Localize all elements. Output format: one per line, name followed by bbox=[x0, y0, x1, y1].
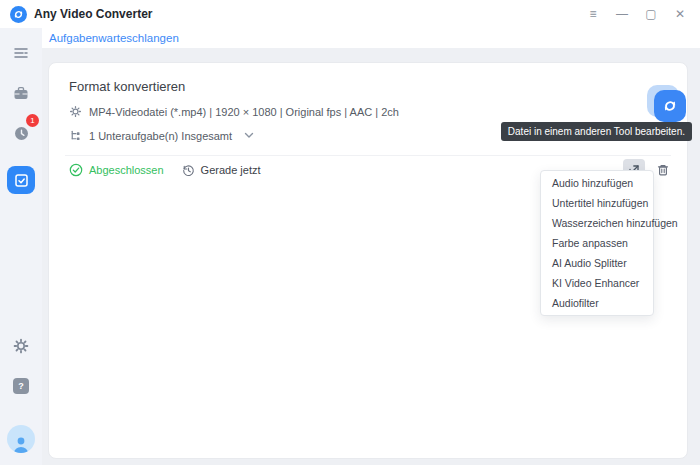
menu-item-adjust-color[interactable]: Farbe anpassen bbox=[541, 233, 653, 253]
chevron-down-icon[interactable] bbox=[244, 132, 254, 139]
convert-button-group bbox=[654, 90, 686, 122]
sync-arrows-icon bbox=[661, 97, 679, 115]
check-circle-icon bbox=[69, 163, 83, 177]
user-icon bbox=[11, 435, 31, 453]
format-info-row: MP4-Videodatei (*.mp4) | 1920 × 1080 | O… bbox=[69, 105, 667, 118]
tab-bar: Aufgabenwarteschlangen bbox=[42, 28, 700, 48]
title-bar: Any Video Converter ≡ — ▢ ✕ bbox=[0, 0, 700, 28]
help-icon: ? bbox=[13, 378, 29, 394]
history-badge: 1 bbox=[26, 114, 39, 127]
menu-item-ai-audio-splitter[interactable]: AI Audio Splitter bbox=[541, 253, 653, 273]
trash-icon bbox=[656, 163, 670, 177]
app-window: Any Video Converter ≡ — ▢ ✕ bbox=[0, 0, 700, 465]
status-complete: Abgeschlossen bbox=[69, 163, 164, 177]
app-logo-icon bbox=[10, 6, 27, 23]
sidebar-item-help[interactable]: ? bbox=[6, 371, 36, 401]
menu-icon[interactable]: ≡ bbox=[583, 5, 603, 23]
clock-icon bbox=[182, 164, 195, 177]
sidebar-item-task-queue[interactable] bbox=[6, 38, 36, 68]
task-title: Format konvertieren bbox=[69, 79, 667, 94]
gear-icon bbox=[13, 338, 29, 354]
menu-item-add-audio[interactable]: Audio hinzufügen bbox=[541, 173, 653, 193]
delete-button[interactable] bbox=[652, 159, 674, 181]
menu-item-add-subtitles[interactable]: Untertitel hinzufügen bbox=[541, 193, 653, 213]
sidebar-item-settings[interactable] bbox=[6, 331, 36, 361]
format-gear-icon bbox=[69, 105, 82, 118]
status-time: Gerade jetzt bbox=[182, 164, 261, 177]
maximize-icon[interactable]: ▢ bbox=[641, 5, 661, 23]
sidebar-item-history[interactable]: 1 bbox=[6, 118, 36, 148]
toolbox-icon bbox=[13, 86, 29, 101]
window-controls: ≡ — ▢ ✕ bbox=[583, 5, 690, 23]
history-clock-icon bbox=[13, 125, 30, 142]
sidebar-item-task-list-active[interactable] bbox=[7, 166, 35, 194]
queue-icon bbox=[13, 46, 29, 60]
status-label: Abgeschlossen bbox=[89, 164, 164, 176]
tab-task-queues[interactable]: Aufgabenwarteschlangen bbox=[49, 32, 179, 44]
convert-button[interactable] bbox=[654, 90, 686, 122]
menu-item-add-watermark[interactable]: Wasserzeichen hinzufügen bbox=[541, 213, 653, 233]
close-icon[interactable]: ✕ bbox=[670, 5, 690, 23]
context-menu: Audio hinzufügen Untertitel hinzufügen W… bbox=[540, 170, 654, 316]
task-list-icon bbox=[14, 173, 29, 188]
sidebar: 1 ? bbox=[0, 28, 42, 465]
minimize-icon[interactable]: — bbox=[612, 5, 632, 23]
sidebar-item-toolbox[interactable] bbox=[6, 78, 36, 108]
subtasks-label: 1 Unteraufgabe(n) Insgesamt bbox=[89, 130, 232, 142]
subtask-tree-icon bbox=[69, 129, 82, 142]
app-title: Any Video Converter bbox=[34, 7, 152, 21]
status-time-label: Gerade jetzt bbox=[201, 164, 261, 176]
account-avatar[interactable] bbox=[7, 425, 35, 453]
format-info-text: MP4-Videodatei (*.mp4) | 1920 × 1080 | O… bbox=[89, 106, 399, 118]
tooltip: Datei in einem anderen Tool bearbeiten. bbox=[501, 122, 692, 141]
menu-item-ki-video-enhancer[interactable]: KI Video Enhancer bbox=[541, 273, 653, 293]
menu-item-audio-filter[interactable]: Audiofilter bbox=[541, 293, 653, 313]
